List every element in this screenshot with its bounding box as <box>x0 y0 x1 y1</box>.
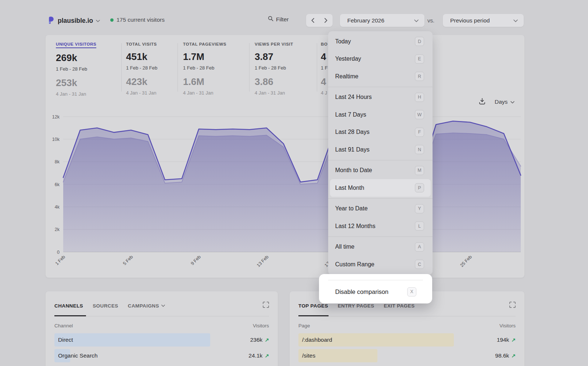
menu-item-yesterday[interactable]: YesterdayE <box>328 50 433 68</box>
expand-icon[interactable] <box>509 302 516 309</box>
tab-entry-pages[interactable]: ENTRY PAGES <box>338 303 374 309</box>
svg-text:2k: 2k <box>55 227 60 232</box>
prev-period-arrow[interactable] <box>307 14 318 27</box>
active-tab-underline <box>54 315 86 316</box>
svg-text:4k: 4k <box>55 205 60 210</box>
svg-text:5 Feb: 5 Feb <box>122 254 134 266</box>
interval-selector[interactable]: Days <box>495 99 514 105</box>
menu-item-last-24-hours[interactable]: Last 24 HoursH <box>328 89 433 106</box>
menu-item-last-28-days[interactable]: Last 28 DaysF <box>328 124 433 141</box>
metric-period: 1 Feb - 28 Feb <box>255 65 321 71</box>
metric-divider <box>178 43 178 92</box>
metric-unique-visitors[interactable]: UNIQUE VISITORS269k1 Feb - 28 Feb253k4 J… <box>56 40 122 97</box>
shortcut-key-badge: R <box>415 72 424 81</box>
shortcut-key-badge: P <box>415 183 424 192</box>
col-page: Page <box>298 323 310 328</box>
metric-prev-period: 4 Jan - 31 Jan <box>126 90 192 96</box>
tab-exit-pages[interactable]: EXIT PAGES <box>384 303 415 309</box>
date-nav <box>306 14 333 27</box>
filter-label: Filter <box>276 16 288 23</box>
shortcut-key-badge: M <box>415 166 424 175</box>
tab-campaigns-label: CAMPAIGNS <box>128 303 159 309</box>
channels-card: CHANNELS SOURCES CAMPAIGNS Channel Visit… <box>46 291 278 366</box>
disable-comparison-label: Disable comparison <box>335 288 388 295</box>
metric-total-visits[interactable]: TOTAL VISITS451k1 Feb - 28 Feb423k4 Jan … <box>126 40 192 96</box>
comparison-selector[interactable]: Previous period <box>443 14 524 27</box>
menu-item-label: Yesterday <box>335 56 361 62</box>
row-value-text: 98.6k <box>495 352 509 359</box>
row-value-text: 236k <box>250 337 263 343</box>
svg-text:8k: 8k <box>55 159 60 164</box>
menu-item-label: Last 12 Months <box>335 223 375 230</box>
expand-icon[interactable] <box>263 302 269 309</box>
table-row-direct[interactable]: Direct236k↗ <box>54 333 269 347</box>
trend-up-icon: ↗ <box>265 337 269 343</box>
menu-item-custom-range[interactable]: Custom RangeC <box>328 256 433 273</box>
metric-value: 1.7M <box>183 51 249 63</box>
metric-divider <box>121 43 122 92</box>
shortcut-key-badge: A <box>415 242 424 252</box>
row-label: Organic Search <box>58 349 98 362</box>
table-row--dashboard[interactable]: /:dashboard194k↗ <box>298 333 516 347</box>
metric-prev-period: 4 Jan - 31 Jan <box>56 91 122 97</box>
menu-item-last-7-days[interactable]: Last 7 DaysW <box>328 106 433 124</box>
metric-prev-value: 253k <box>56 77 122 89</box>
menu-item-last-12-months[interactable]: Last 12 MonthsL <box>328 217 433 235</box>
menu-item-all-time[interactable]: All timeA <box>328 238 433 256</box>
disable-comparison-popup: Disable comparison X <box>319 274 432 303</box>
metric-prev-value: 1.6M <box>183 76 249 88</box>
menu-item-today[interactable]: TodayD <box>328 33 433 50</box>
download-icon[interactable] <box>478 97 486 106</box>
menu-item-label: Year to Date <box>335 205 368 212</box>
next-period-arrow[interactable] <box>320 14 331 27</box>
metric-period: 1 Feb - 28 Feb <box>183 65 249 71</box>
svg-text:10k: 10k <box>52 137 60 142</box>
plausible-dashboard: { "topbar": { "site_name": "plausible.io… <box>0 0 588 366</box>
site-switcher[interactable]: plausible.io <box>47 15 100 26</box>
table-row-organic-search[interactable]: Organic Search24.1k↗ <box>54 349 269 362</box>
date-range-selector[interactable]: February 2026 <box>340 14 424 27</box>
menu-item-month-to-date[interactable]: Month to DateM <box>328 162 433 180</box>
tab-campaigns[interactable]: CAMPAIGNS <box>128 303 165 309</box>
filter-button[interactable]: Filter <box>268 16 288 23</box>
shortcut-key-badge: F <box>415 128 424 137</box>
row-value: 98.6k↗ <box>495 349 516 362</box>
col-visitors: Visitors <box>253 323 269 328</box>
chart-controls: Days <box>478 97 514 106</box>
shortcut-key-badge: W <box>415 110 424 119</box>
menu-item-year-to-date[interactable]: Year to DateY <box>328 200 433 218</box>
row-label: Direct <box>58 333 73 347</box>
menu-item-label: Realtime <box>335 73 358 80</box>
metric-total-pageviews[interactable]: TOTAL PAGEVIEWS1.7M1 Feb - 28 Feb1.6M4 J… <box>183 40 249 96</box>
metric-divider <box>249 43 250 92</box>
row-value-text: 24.1k <box>248 352 262 359</box>
menu-group: TodayDYesterdayERealtimeR <box>328 31 433 87</box>
menu-item-realtime[interactable]: RealtimeR <box>328 68 433 85</box>
disable-comparison-item[interactable]: Disable comparison X <box>335 280 416 303</box>
metric-views-per-visit[interactable]: VIEWS PER VISIT3.871 Feb - 28 Feb3.864 J… <box>255 40 321 96</box>
tab-sources[interactable]: SOURCES <box>93 303 118 309</box>
row-bar <box>54 333 210 347</box>
menu-item-label: Today <box>335 38 351 45</box>
metric-label: VIEWS PER VISIT <box>255 42 293 46</box>
metric-value: 269k <box>56 52 122 64</box>
pages-tabs: TOP PAGES ENTRY PAGES EXIT PAGES <box>298 303 415 309</box>
channels-table-rows: Direct236k↗Organic Search24.1k↗ <box>54 333 269 365</box>
table-row--sites[interactable]: /sites98.6k↗ <box>298 349 516 362</box>
current-visitors[interactable]: 175 current visitors <box>110 17 165 23</box>
tab-top-pages[interactable]: TOP PAGES <box>298 303 328 309</box>
topbar: plausible.io 175 current visitors Filter… <box>0 0 588 35</box>
shortcut-key-badge: N <box>415 145 424 154</box>
trend-up-icon: ↗ <box>511 337 516 343</box>
svg-text:9 Feb: 9 Feb <box>190 254 202 266</box>
tabs-divider <box>298 316 516 316</box>
menu-item-label: Custom Range <box>335 261 374 268</box>
channels-table-header: Channel Visitors <box>54 323 269 328</box>
chevron-down-icon <box>161 305 165 307</box>
tab-channels[interactable]: CHANNELS <box>54 303 83 309</box>
menu-item-last-month[interactable]: Last MonthP <box>330 179 431 197</box>
pages-table-header: Page Visitors <box>298 323 516 328</box>
metric-prev-value: 423k <box>126 76 192 88</box>
menu-item-last-91-days[interactable]: Last 91 DaysN <box>328 141 433 159</box>
svg-text:6k: 6k <box>55 182 60 187</box>
